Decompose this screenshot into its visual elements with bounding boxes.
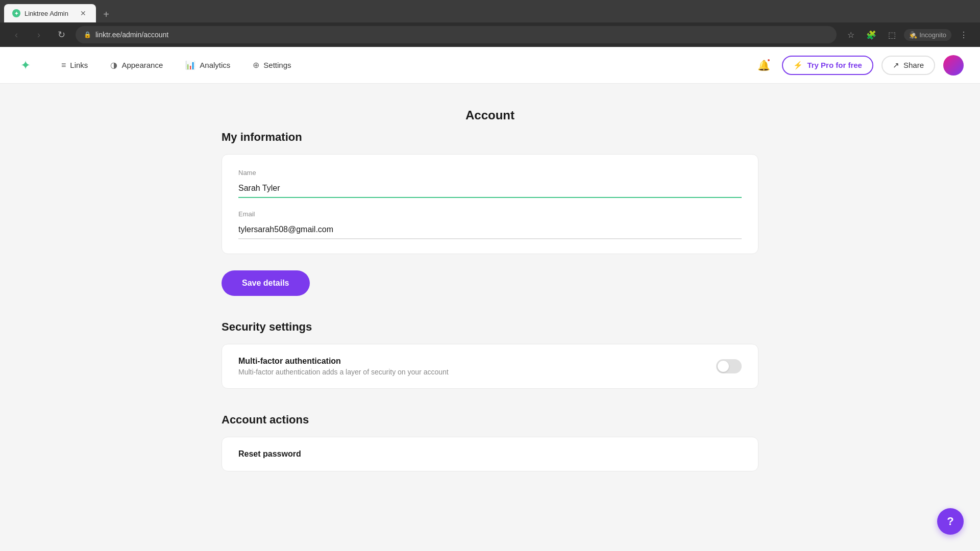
- security-settings-heading: Security settings: [222, 320, 758, 334]
- share-label: Share: [903, 61, 924, 69]
- reset-password-row[interactable]: Reset password: [222, 437, 758, 471]
- notification-button[interactable]: 🔔: [753, 55, 774, 76]
- name-label: Name: [238, 169, 742, 177]
- name-input[interactable]: [238, 180, 742, 198]
- mfa-toggle[interactable]: [716, 359, 742, 373]
- incognito-label: Incognito: [919, 31, 946, 39]
- mfa-info: Multi-factor authentication Multi-factor…: [238, 357, 449, 376]
- back-button[interactable]: ‹: [8, 27, 24, 43]
- logo[interactable]: ✦: [16, 56, 35, 74]
- tab-close-button[interactable]: ✕: [79, 9, 88, 18]
- email-label: Email: [238, 210, 742, 218]
- my-information-heading: My information: [222, 131, 758, 144]
- try-pro-button[interactable]: ⚡ Try Pro for free: [782, 56, 873, 75]
- notification-dot: [767, 58, 771, 62]
- account-actions-card: Reset password: [222, 437, 758, 471]
- mfa-description: Multi-factor authentication adds a layer…: [238, 368, 449, 376]
- extensions-button[interactable]: 🧩: [863, 27, 879, 43]
- reset-password-label: Reset password: [238, 449, 301, 459]
- appearance-nav-icon: ◑: [110, 60, 117, 70]
- nav-link-links-label: Links: [70, 61, 88, 69]
- nav-link-appearance[interactable]: ◑ Appearance: [100, 56, 173, 74]
- tab-title: Linktree Admin: [24, 10, 68, 17]
- email-input[interactable]: [238, 221, 742, 239]
- save-details-label: Save details: [242, 279, 289, 288]
- main-content: Account My information Name Email Save d…: [209, 84, 771, 492]
- nav-link-appearance-label: Appearance: [121, 61, 163, 69]
- page-title: Account: [222, 104, 758, 131]
- tab-favicon: ✦: [12, 9, 20, 17]
- new-tab-button[interactable]: +: [98, 6, 114, 22]
- share-button[interactable]: ↗ Share: [881, 56, 935, 75]
- header-actions: 🔔 ⚡ Try Pro for free ↗ Share: [753, 55, 964, 76]
- mfa-label: Multi-factor authentication: [238, 357, 449, 366]
- my-information-card: Name Email: [222, 154, 758, 254]
- browser-tab[interactable]: ✦ Linktree Admin ✕: [4, 4, 96, 22]
- app-header: ✦ ≡ Links ◑ Appearance 📊 Analytics ⊕ Set…: [0, 47, 980, 84]
- name-field-group: Name: [238, 169, 742, 198]
- sidebar-button[interactable]: ⬚: [884, 27, 900, 43]
- analytics-nav-icon: 📊: [185, 60, 195, 70]
- main-nav: ≡ Links ◑ Appearance 📊 Analytics ⊕ Setti…: [51, 56, 753, 74]
- incognito-icon: 🕵: [909, 31, 917, 39]
- try-pro-label: Try Pro for free: [807, 61, 862, 69]
- ssl-lock-icon: 🔒: [84, 31, 91, 38]
- menu-button[interactable]: ⋮: [955, 27, 972, 43]
- forward-button[interactable]: ›: [31, 27, 47, 43]
- logo-icon: ✦: [16, 56, 35, 74]
- nav-link-analytics-label: Analytics: [200, 61, 230, 69]
- url-display: linktr.ee/admin/account: [95, 31, 168, 39]
- reload-button[interactable]: ↻: [53, 27, 69, 43]
- avatar[interactable]: [943, 55, 964, 76]
- nav-link-settings[interactable]: ⊕ Settings: [242, 56, 301, 74]
- settings-nav-icon: ⊕: [253, 60, 259, 70]
- share-icon: ↗: [893, 61, 899, 70]
- toggle-knob: [718, 361, 729, 372]
- save-details-button[interactable]: Save details: [222, 270, 310, 296]
- nav-link-analytics[interactable]: 📊 Analytics: [175, 56, 240, 74]
- mfa-row: Multi-factor authentication Multi-factor…: [222, 344, 758, 388]
- nav-link-settings-label: Settings: [263, 61, 291, 69]
- address-bar[interactable]: 🔒 linktr.ee/admin/account: [76, 26, 837, 43]
- bookmark-button[interactable]: ☆: [843, 27, 859, 43]
- page-title-text: Account: [465, 108, 514, 122]
- email-field-group: Email: [238, 210, 742, 239]
- links-nav-icon: ≡: [61, 61, 66, 70]
- account-actions-heading: Account actions: [222, 413, 758, 427]
- incognito-indicator: 🕵 Incognito: [904, 29, 951, 41]
- nav-link-links[interactable]: ≡ Links: [51, 57, 98, 74]
- try-pro-icon: ⚡: [793, 61, 803, 70]
- security-settings-card: Multi-factor authentication Multi-factor…: [222, 344, 758, 389]
